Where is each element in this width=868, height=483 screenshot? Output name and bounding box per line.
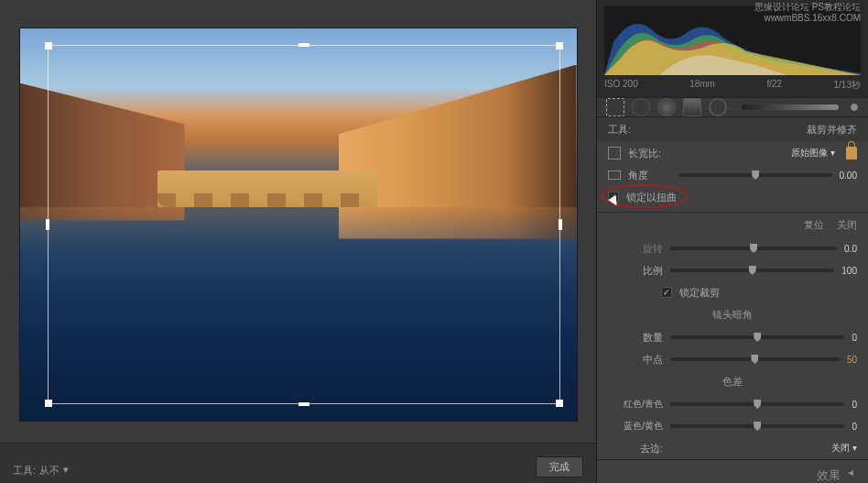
watermark: 思缘设计论坛 PS教程论坛 wwwmBBS.16xx8.COM bbox=[754, 2, 861, 24]
by-label: 蓝色/黄色 bbox=[608, 420, 663, 433]
chroma-title: 色差 bbox=[597, 370, 868, 393]
tool-info: 工具: 从不 ▾ bbox=[13, 464, 69, 478]
defringe-row: 去边: 关闭 ▾ bbox=[597, 437, 868, 459]
rc-slider[interactable] bbox=[670, 402, 844, 406]
tool-label: 工具: bbox=[608, 123, 631, 137]
rc-label: 红色/青色 bbox=[608, 398, 663, 411]
midpoint-slider[interactable] bbox=[670, 357, 840, 361]
chroma-by-row: 蓝色/黄色 0 bbox=[597, 415, 868, 437]
midpoint-value: 50 bbox=[847, 355, 857, 365]
scale-row: 比例 100 bbox=[597, 259, 868, 281]
rc-value: 0 bbox=[852, 400, 857, 410]
scale-slider[interactable] bbox=[670, 269, 834, 272]
canvas-wrap bbox=[0, 0, 596, 443]
lock-crop-label: 锁定裁剪 bbox=[679, 286, 720, 300]
gradient-tool-icon[interactable] bbox=[683, 98, 701, 116]
crop-handle-bl[interactable] bbox=[45, 400, 52, 407]
angle-value: 0.00 bbox=[840, 170, 857, 181]
defringe-value[interactable]: 关闭 ▾ bbox=[831, 442, 857, 455]
vignette-midpoint-row: 中点 50 bbox=[597, 348, 868, 370]
brush-tool-icon[interactable] bbox=[709, 98, 727, 116]
vignette-title: 镜头暗角 bbox=[597, 303, 868, 326]
crop-handle-br[interactable] bbox=[556, 400, 563, 407]
crop-handle-ml[interactable] bbox=[46, 219, 49, 230]
tool-value: 从不 bbox=[39, 464, 60, 478]
aperture-value: f/22 bbox=[766, 79, 782, 92]
lock-crop-row: 锁定裁剪 bbox=[597, 281, 868, 303]
by-value: 0 bbox=[852, 422, 857, 432]
iso-value: ISO 200 bbox=[604, 79, 638, 92]
lock-warp-row: 锁定以扭曲 bbox=[597, 186, 868, 208]
defringe-label: 去边: bbox=[608, 442, 663, 456]
chevron-icon: ◄ bbox=[846, 467, 855, 483]
lock-icon[interactable] bbox=[846, 147, 857, 159]
scale-value: 100 bbox=[841, 266, 857, 276]
dropdown-arrow-icon[interactable]: ▾ bbox=[63, 464, 69, 478]
image-canvas[interactable] bbox=[19, 27, 578, 422]
amount-label: 数量 bbox=[608, 331, 663, 345]
effects-panel-tab[interactable]: 效果◄ bbox=[597, 459, 868, 483]
focal-value: 18mm bbox=[689, 79, 715, 92]
angle-row: 角度 0.00 bbox=[597, 164, 868, 186]
crop-tool-icon[interactable] bbox=[606, 98, 624, 116]
lock-crop-checkbox[interactable] bbox=[661, 287, 672, 298]
tool-title: 裁剪并修齐 bbox=[807, 123, 857, 137]
redeye-tool-icon[interactable] bbox=[657, 98, 676, 116]
right-panel: ISO 200 18mm f/22 1/13秒 工具: 裁剪并修齐 长宽比: 原… bbox=[596, 0, 868, 483]
crop-frame[interactable] bbox=[48, 45, 560, 404]
tools-row bbox=[597, 97, 868, 117]
ruler-icon[interactable] bbox=[608, 170, 621, 180]
crop-handle-tm[interactable] bbox=[298, 43, 309, 47]
amount-value: 0 bbox=[852, 333, 857, 343]
amount-slider[interactable] bbox=[670, 335, 844, 339]
crop-handle-tl[interactable] bbox=[45, 42, 52, 49]
exposure-slider[interactable] bbox=[742, 104, 839, 110]
app-root: 工具: 从不 ▾ 完成 ISO 200 18mm f/22 bbox=[0, 0, 868, 483]
scale-label: 比例 bbox=[608, 264, 663, 278]
close-button[interactable]: 关闭 bbox=[837, 218, 857, 232]
bottom-bar: 工具: 从不 ▾ 完成 bbox=[0, 443, 596, 483]
aspect-icon bbox=[608, 147, 621, 159]
rotate-slider[interactable] bbox=[670, 247, 837, 250]
crop-section-header: 工具: 裁剪并修齐 bbox=[597, 117, 868, 142]
aspect-row: 长宽比: 原始图像 ▾ bbox=[597, 142, 868, 164]
shutter-value: 1/13秒 bbox=[834, 79, 861, 92]
tool-label: 工具: bbox=[13, 464, 36, 478]
crop-handle-tr[interactable] bbox=[556, 42, 563, 49]
vignette-amount-row: 数量 0 bbox=[597, 326, 868, 348]
crop-handle-bm[interactable] bbox=[298, 402, 309, 406]
chroma-rc-row: 红色/青色 0 bbox=[597, 393, 868, 415]
aspect-label: 长宽比: bbox=[628, 147, 672, 160]
main-area: 工具: 从不 ▾ 完成 bbox=[0, 0, 596, 483]
rotate-value: 0.0 bbox=[844, 244, 857, 254]
midpoint-label: 中点 bbox=[608, 353, 663, 367]
done-button[interactable]: 完成 bbox=[536, 456, 583, 478]
spot-tool-icon[interactable] bbox=[632, 98, 650, 116]
angle-label: 角度 bbox=[628, 169, 672, 182]
by-slider[interactable] bbox=[670, 424, 844, 428]
rotate-row: 旋转 0.0 bbox=[597, 237, 868, 259]
histogram-meta: ISO 200 18mm f/22 1/13秒 bbox=[604, 79, 861, 92]
crop-handle-mr[interactable] bbox=[559, 219, 562, 230]
lock-warp-label: 锁定以扭曲 bbox=[626, 191, 677, 204]
aspect-value[interactable]: 原始图像 ▾ bbox=[791, 147, 835, 159]
crop-actions: 复位 关闭 bbox=[597, 212, 868, 237]
angle-slider[interactable] bbox=[679, 173, 832, 177]
reset-button[interactable]: 复位 bbox=[804, 218, 824, 232]
exposure-knob[interactable] bbox=[850, 103, 859, 112]
